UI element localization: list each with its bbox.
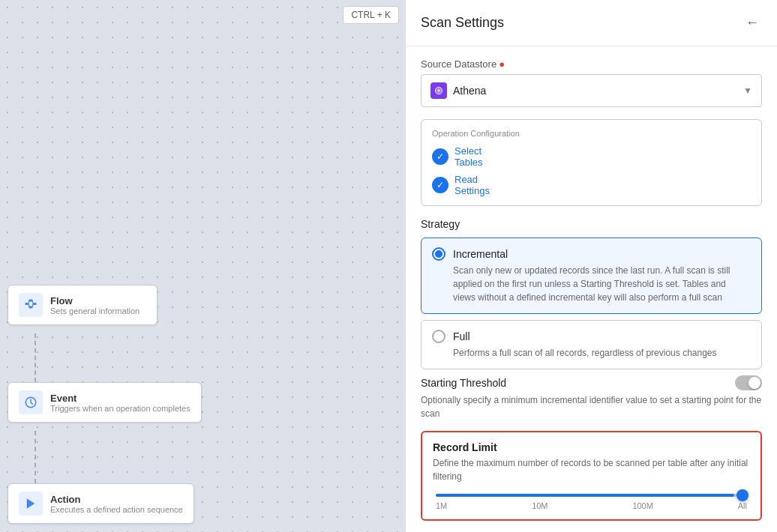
slider-label-1m: 1M [436, 501, 447, 510]
read-settings-check-icon: ✓ [432, 177, 448, 193]
threshold-toggle[interactable] [735, 375, 762, 390]
canvas-area: CTRL + K Flow Sets general information [0, 0, 405, 532]
flow-node[interactable]: Flow Sets general information [8, 285, 158, 325]
event-node-text: Event Triggers when an operation complet… [50, 393, 190, 413]
flow-node-text: Flow Sets general information [50, 295, 140, 315]
threshold-title: Starting Threshold [421, 377, 506, 389]
incremental-radio-icon [432, 247, 446, 261]
threshold-desc: Optionally specify a minimum incremental… [421, 393, 762, 420]
toggle-knob [748, 377, 760, 389]
svg-rect-0 [26, 303, 29, 305]
event-node-title: Event [50, 393, 190, 404]
op-step-select-tables[interactable]: ✓ SelectTables [432, 145, 751, 168]
full-header: Full [432, 330, 751, 343]
svg-line-7 [32, 304, 33, 308]
settings-header: Scan Settings ← [406, 0, 777, 46]
flow-icon [19, 293, 43, 317]
svg-line-5 [28, 304, 29, 308]
incremental-desc: Scan only new or updated records since t… [453, 264, 751, 304]
svg-rect-3 [33, 303, 37, 305]
flow-node-sub: Sets general information [50, 306, 140, 315]
full-option[interactable]: Full Performs a full scan of all records… [421, 320, 762, 369]
svg-line-4 [28, 300, 29, 304]
action-node[interactable]: Action Executes a defined action sequenc… [8, 483, 194, 524]
select-tables-label: SelectTables [454, 145, 483, 168]
required-indicator: ● [499, 58, 505, 70]
select-tables-check-icon: ✓ [432, 148, 448, 165]
record-limit-box: Record Limit Define the maximum number o… [421, 431, 762, 521]
slider-labels: 1M 10M 100M All [436, 501, 747, 510]
incremental-name: Incremental [453, 248, 508, 260]
full-name: Full [453, 330, 470, 342]
settings-body: Source Datastore● Athena ▼ [406, 46, 777, 532]
slider-fill [436, 494, 734, 497]
event-node[interactable]: Event Triggers when an operation complet… [8, 382, 202, 423]
incremental-option[interactable]: Incremental Scan only new or updated rec… [421, 238, 762, 314]
slider-label-all: All [738, 501, 747, 510]
incremental-header: Incremental [432, 247, 751, 261]
op-step-read-settings[interactable]: ✓ ReadSettings [432, 174, 751, 196]
action-icon [19, 492, 43, 516]
source-select-wrapper: Athena ▼ [421, 74, 762, 107]
operation-config: Operation Configuration ✓ SelectTables ✓… [421, 119, 762, 206]
record-limit-title: Record Limit [433, 441, 750, 453]
op-config-legend: Operation Configuration [432, 129, 751, 138]
select-left: Athena [430, 82, 486, 99]
source-label: Source Datastore● [421, 58, 762, 70]
record-limit-desc: Define the maximum number of records to … [433, 456, 750, 483]
back-button[interactable]: ← [742, 12, 762, 34]
threshold-row: Starting Threshold [421, 375, 762, 390]
svg-marker-9 [27, 498, 35, 509]
slider-track [436, 494, 747, 497]
slider-label-10m: 10M [532, 501, 548, 510]
svg-rect-2 [29, 306, 33, 309]
flow-node-title: Flow [50, 295, 140, 306]
read-settings-label: ReadSettings [454, 174, 490, 196]
strategy-title: Strategy [421, 218, 762, 230]
athena-icon [430, 82, 447, 99]
event-node-sub: Triggers when an operation completes [50, 404, 190, 413]
full-radio-icon [432, 330, 446, 343]
svg-rect-1 [29, 300, 33, 302]
event-icon [19, 390, 43, 414]
source-value: Athena [453, 85, 486, 97]
source-datastore-select[interactable]: Athena ▼ [421, 74, 762, 107]
action-node-sub: Executes a defined action sequence [50, 505, 183, 514]
action-node-title: Action [50, 494, 183, 505]
slider-label-100m: 100M [632, 501, 653, 510]
settings-panel: Scan Settings ← Source Datastore● Athena [405, 0, 777, 532]
action-node-text: Action Executes a defined action sequenc… [50, 494, 183, 514]
slider-container: 1M 10M 100M All [433, 494, 750, 510]
full-desc: Performs a full scan of all records, reg… [453, 346, 751, 360]
svg-line-6 [32, 300, 33, 304]
shortcut-bar: CTRL + K [343, 6, 399, 24]
dropdown-chevron-icon: ▼ [743, 85, 752, 96]
slider-thumb[interactable] [736, 489, 748, 501]
settings-title: Scan Settings [421, 15, 504, 31]
